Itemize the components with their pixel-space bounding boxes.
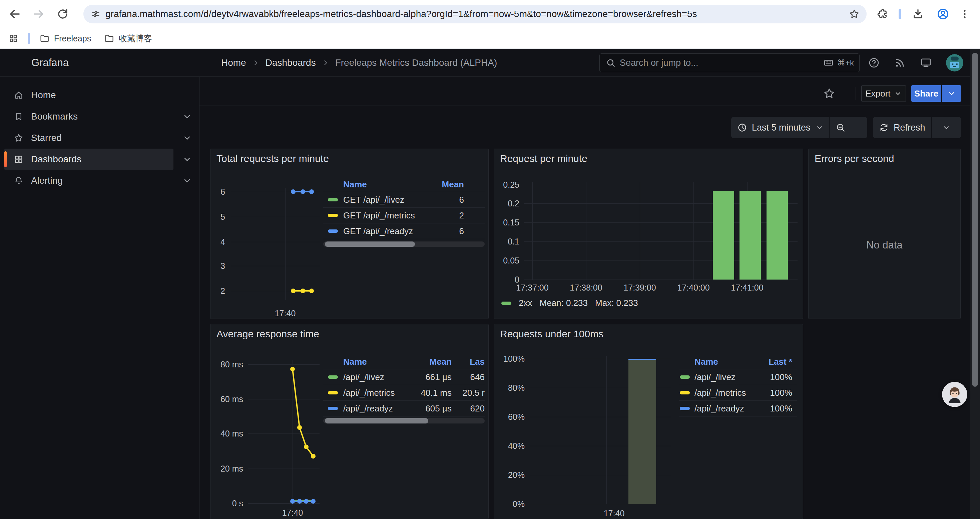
back-icon[interactable] xyxy=(8,7,22,21)
browser-toolbar: grafana.mathmast.com/d/deytv4rwavabkb/fr… xyxy=(0,0,980,28)
y-tick: 0.1 xyxy=(497,236,519,247)
bookmark-star-icon[interactable] xyxy=(849,8,860,20)
favorite-star-icon[interactable] xyxy=(822,86,837,101)
gridline xyxy=(285,188,286,300)
share-button[interactable]: Share xyxy=(911,85,941,102)
legend-scrollbar-thumb[interactable] xyxy=(325,241,415,247)
legend-table: Name Mean GET /api/_/livez 6 GET /api/_/… xyxy=(323,177,485,239)
legend-bottom[interactable]: 2xx Mean: 0.233 Max: 0.233 xyxy=(501,298,638,308)
zoom-out-button[interactable] xyxy=(830,117,851,138)
bookmark-label: Freeleaps xyxy=(54,34,91,43)
data-point xyxy=(301,289,305,293)
refresh-label: Refresh xyxy=(894,123,925,133)
x-tick: 17:41:00 xyxy=(721,282,774,293)
panel-title[interactable]: Request per minute xyxy=(500,153,587,164)
user-avatar[interactable] xyxy=(946,54,963,72)
chevron-down-icon[interactable] xyxy=(182,176,192,186)
series-last: 20.5 r xyxy=(452,388,485,398)
legend-row[interactable]: GET /api/_/metrics 2 xyxy=(323,208,485,223)
x-tick: 17:38:00 xyxy=(559,282,613,293)
legend-row[interactable]: GET /api/_/readyz 6 xyxy=(323,223,485,239)
forward-icon[interactable] xyxy=(32,7,46,21)
panel-title[interactable]: Errors per second xyxy=(815,153,894,164)
panel-title[interactable]: Requests under 100ms xyxy=(500,328,603,340)
series-last: 100% xyxy=(760,372,797,382)
site-settings-icon[interactable] xyxy=(91,9,101,19)
page-scrollbar-thumb[interactable] xyxy=(972,53,978,387)
refresh-interval-dropdown[interactable] xyxy=(932,117,961,138)
series-swatch xyxy=(680,391,690,394)
legend-col-name[interactable]: Name xyxy=(343,179,367,190)
legend-row[interactable]: /api/_/livez 100% xyxy=(679,369,797,385)
gridline xyxy=(524,279,797,280)
refresh-button[interactable]: Refresh xyxy=(873,117,931,138)
search-box[interactable]: ⌘+k xyxy=(600,53,859,72)
legend-row[interactable]: /api/_/livez 661 µs 646 xyxy=(323,369,485,385)
gridline xyxy=(231,242,320,242)
folder-icon xyxy=(39,33,50,44)
chevron-down-icon[interactable] xyxy=(182,112,192,121)
chevron-down-icon[interactable] xyxy=(182,154,192,164)
y-tick: 100% xyxy=(499,353,525,364)
data-point xyxy=(291,189,296,194)
export-button[interactable]: Export xyxy=(861,85,906,102)
legend-row[interactable]: /api/_/metrics 40.1 ms 20.5 r xyxy=(323,385,485,401)
apps-grid-icon[interactable] xyxy=(8,28,19,49)
url-bar[interactable]: grafana.mathmast.com/d/deytv4rwavabkb/fr… xyxy=(83,5,867,23)
legend-row[interactable]: /api/_/metrics 100% xyxy=(679,385,797,401)
home-icon xyxy=(14,90,24,100)
menu-kebab-icon[interactable] xyxy=(958,7,972,21)
sidebar-item-home[interactable]: Home xyxy=(4,85,173,106)
sidebar-item-label: Home xyxy=(31,90,56,101)
zoom-out-icon xyxy=(835,122,846,133)
sidebar-item-dashboards[interactable]: Dashboards xyxy=(4,149,173,170)
legend-col-mean[interactable]: Mean xyxy=(412,357,452,367)
series-mean: 661 µs xyxy=(412,372,452,382)
share-dropdown-button[interactable] xyxy=(942,85,961,102)
legend-col-mean[interactable]: Mean xyxy=(437,179,464,190)
series-mean: 40.1 ms xyxy=(412,388,452,398)
chevron-down-icon[interactable] xyxy=(182,133,192,143)
legend-col-name[interactable]: Name xyxy=(694,357,718,367)
brand-title[interactable]: Grafana xyxy=(31,49,69,77)
legend-col-last[interactable]: Las xyxy=(452,357,485,367)
bookmark-folder-freeleaps[interactable]: Freeleaps xyxy=(39,28,91,49)
legend-scrollbar-thumb[interactable] xyxy=(325,418,428,423)
url-text[interactable]: grafana.mathmast.com/d/deytv4rwavabkb/fr… xyxy=(105,9,849,19)
floating-assistant-avatar[interactable] xyxy=(942,382,967,407)
bar-2xx xyxy=(713,191,734,279)
sidebar-item-alerting[interactable]: Alerting xyxy=(4,170,173,192)
time-range-picker[interactable]: Last 5 minutes xyxy=(731,117,829,138)
time-controls: Last 5 minutes xyxy=(731,117,867,138)
legend-row[interactable]: GET /api/_/livez 6 xyxy=(323,192,485,208)
profile-icon[interactable] xyxy=(936,7,950,21)
search-input[interactable] xyxy=(620,58,823,68)
breadcrumb-home[interactable]: Home xyxy=(221,57,246,68)
sidebar-item-label: Alerting xyxy=(31,175,63,186)
breadcrumb-dashboards[interactable]: Dashboards xyxy=(266,57,316,68)
sidebar-item-starred[interactable]: Starred xyxy=(4,127,173,149)
sidebar-item-label: Bookmarks xyxy=(31,111,78,122)
legend-scrollbar[interactable] xyxy=(323,418,485,423)
panel-title[interactable]: Total requests per minute xyxy=(216,153,329,164)
reload-icon[interactable] xyxy=(56,7,70,21)
panel-average-response-time: Average response time 80 ms 60 ms 40 ms … xyxy=(210,324,488,519)
chevron-right-icon xyxy=(321,58,330,67)
legend-row[interactable]: /api/_/readyz 605 µs 620 xyxy=(323,401,485,416)
gridline xyxy=(694,182,694,279)
extensions-icon[interactable] xyxy=(876,7,889,21)
news-rss-icon[interactable] xyxy=(894,57,906,69)
legend-col-name[interactable]: Name xyxy=(343,357,367,367)
help-icon[interactable] xyxy=(868,57,880,69)
y-tick: 20% xyxy=(499,469,525,480)
page-scrollbar[interactable] xyxy=(970,49,980,519)
data-point xyxy=(309,289,314,293)
downloads-icon[interactable] xyxy=(911,7,925,21)
bookmark-folder-blogs[interactable]: 收藏博客 xyxy=(104,28,152,49)
dashboard-main: Export Share Last 5 minutes xyxy=(199,77,980,519)
legend-row[interactable]: /api/_/readyz 100% xyxy=(679,401,797,416)
legend-scrollbar[interactable] xyxy=(323,241,485,247)
monitor-icon[interactable] xyxy=(920,57,932,69)
legend-col-last[interactable]: Last * xyxy=(760,357,797,367)
sidebar-item-bookmarks[interactable]: Bookmarks xyxy=(4,106,173,127)
